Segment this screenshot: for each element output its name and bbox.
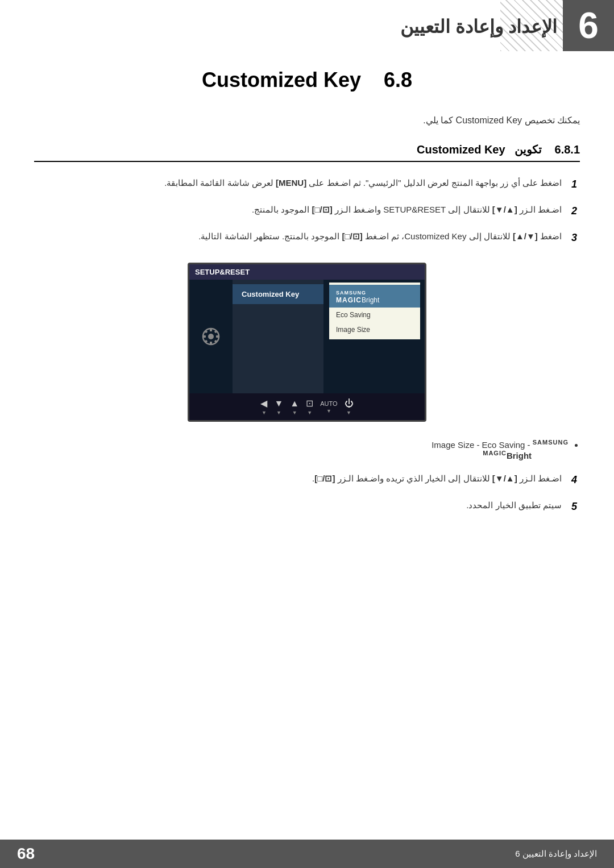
chapter-title: الإعداد وإعادة التعيين (400, 16, 557, 38)
subsection-title-keyword: Customized Key (417, 143, 505, 156)
monitor-sidebar: Customized Key (233, 280, 323, 393)
monitor-body: Customized Key SAMSUNGMAGICBright Eco Sa… (189, 280, 425, 393)
monitor-dropdown: SAMSUNGMAGICBright Eco Saving Image Size (329, 283, 420, 339)
ctrl-icon-auto: AUTO (320, 400, 337, 407)
section-title: Customized Key 6.8 (34, 68, 580, 92)
ctrl-icon-left: ◀ (260, 398, 267, 409)
section-title-num: 6.8 (384, 68, 412, 92)
monitor-screen: SETUP&RESET (188, 263, 426, 422)
gear-icon (201, 326, 221, 347)
monitor-menu-title: SETUP&RESET (195, 268, 250, 276)
subsection-number: 6.8.1 (555, 143, 580, 156)
chapter-box: 6 (563, 0, 614, 51)
ctrl-icon-down: ▼ (274, 398, 283, 409)
chapter-number: 6 (578, 7, 599, 44)
step-4-number: 4 (569, 472, 580, 488)
ctrl-btn-power: ⏻ ▼ (345, 398, 354, 416)
step-2-number: 2 (569, 203, 580, 219)
bullet-item-options: Image Size - Eco Saving - SAMSUNG MAGICB… (34, 439, 569, 460)
svg-rect-2 (210, 329, 212, 331)
monitor-icon-area (189, 280, 233, 393)
ctrl-icon-up: ▲ (290, 398, 299, 409)
footer: 68 الإعداد وإعادة التعيين 6 (0, 840, 614, 868)
intro-text: يمكنك تخصيص Customized Key كما يلي. (34, 115, 580, 126)
step-3-text: اضغط [▼/▲] للانتقال إلى Customized Key، … (34, 230, 562, 243)
main-content: Customized Key 6.8 يمكنك تخصيص Customize… (0, 0, 614, 571)
step-1-text: اضغط على أي زر بواجهة المنتج لعرض الدليل… (34, 176, 562, 190)
section-title-en: Customized Key (202, 68, 361, 92)
step-3: 3 اضغط [▼/▲] للانتقال إلى Customized Key… (34, 230, 580, 246)
svg-rect-4 (203, 335, 206, 338)
ctrl-icon-power: ⏻ (345, 398, 354, 409)
steps-list-before: 1 اضغط على أي زر بواجهة المنتج لعرض الدل… (34, 176, 580, 246)
monitor-controls: ◀ ▼ ▼ ▼ ▲ ▼ ⊡ ▼ AUTO ▼ (189, 393, 425, 420)
step-2: 2 اضـغط الـزر [▲/▼] للانتقال إلى SETUP&R… (34, 203, 580, 219)
subsection-title-prefix: تكوين (515, 143, 542, 156)
step-2-text: اضـغط الـزر [▲/▼] للانتقال إلى SETUP&RES… (34, 203, 562, 217)
svg-rect-3 (210, 342, 212, 344)
monitor-dropdown-area: SAMSUNGMAGICBright Eco Saving Image Size (323, 280, 425, 393)
ctrl-icon-enter: ⊡ (306, 398, 313, 409)
step-5: 5 سيتم تطبيق الخيار المحدد. (34, 499, 580, 515)
ctrl-btn-left: ◀ ▼ (260, 398, 267, 416)
step-4: 4 اضـغط الـزر [▲/▼] للانتقال إلى الخيار … (34, 472, 580, 488)
step-5-number: 5 (569, 499, 580, 515)
svg-rect-5 (216, 335, 219, 338)
dropdown-item-magic-bright: SAMSUNGMAGICBright (329, 285, 420, 308)
step-1-number: 1 (569, 176, 580, 193)
svg-point-1 (208, 334, 214, 339)
ctrl-btn-up: ▲ ▼ (290, 398, 299, 416)
header-strip: 6 الإعداد وإعادة التعيين (0, 0, 614, 51)
bullet-list: Image Size - Eco Saving - SAMSUNG MAGICB… (34, 439, 580, 460)
dropdown-item-eco-saving: Eco Saving (329, 308, 420, 322)
footer-page-number: 68 (17, 845, 35, 863)
monitor-screenshot-container: SETUP&RESET (34, 263, 580, 422)
dropdown-item-image-size: Image Size (329, 322, 420, 337)
ctrl-btn-enter: ⊡ ▼ (306, 398, 313, 416)
ctrl-btn-down: ▼ ▼ (274, 398, 283, 416)
step-3-number: 3 (569, 230, 580, 246)
monitor-menu-bar: SETUP&RESET (189, 264, 425, 280)
footer-chapter-text: الإعداد وإعادة التعيين 6 (515, 849, 597, 859)
step-1: 1 اضغط على أي زر بواجهة المنتج لعرض الدل… (34, 176, 580, 193)
steps-list-after: 4 اضـغط الـزر [▲/▼] للانتقال إلى الخيار … (34, 472, 580, 515)
menu-item-customized-key: Customized Key (233, 284, 323, 304)
ctrl-btn-auto: AUTO ▼ (320, 400, 337, 414)
step-4-text: اضـغط الـزر [▲/▼] للانتقال إلى الخيار ال… (34, 472, 562, 485)
subsection-title: 6.8.1 تكوين Customized Key (34, 143, 580, 162)
step-5-text: سيتم تطبيق الخيار المحدد. (34, 499, 562, 512)
